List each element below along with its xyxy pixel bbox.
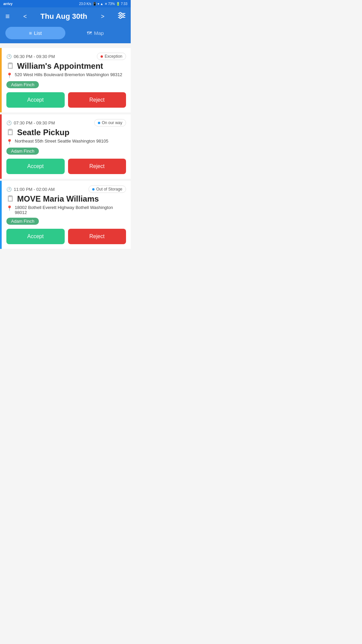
card-title-3: 🗒 MOVE Maria Williams: [6, 194, 126, 204]
time-display: 7:33: [121, 2, 127, 6]
appointment-icon-2: 🗒: [6, 128, 14, 137]
clock-icon-2: 🕐: [6, 120, 12, 125]
location-icon-1: 📍: [6, 72, 13, 78]
svg-point-5: [119, 16, 121, 18]
appointment-card-2: 🕐 07:30 PM - 09:30 PM On our way 🗒 Seatl…: [0, 114, 131, 179]
filter-button[interactable]: [118, 12, 125, 21]
header: ≡ < Thu Aug 30th >: [0, 7, 131, 27]
svg-point-4: [122, 14, 124, 16]
address-row-2: 📍 Northeast 55th Street Seattle Washingt…: [6, 139, 126, 145]
card-title-2: 🗒 Seatle Pickup: [6, 128, 126, 137]
badge-dot-3: [92, 188, 95, 191]
badge-dot-1: [101, 55, 103, 58]
time-range-3: 🕐 11:00 PM - 02:00 AM: [6, 187, 55, 192]
accept-button-1[interactable]: Accept: [6, 92, 65, 108]
status-icons: 23.0 K/s 📳 ▾ ▲ ✕ 73% 🔋 7:33: [79, 2, 127, 6]
accept-button-2[interactable]: Accept: [6, 159, 65, 174]
title-text-2: Seatle Pickup: [17, 128, 69, 137]
address-row-3: 📍 18002 Bothell Everett Highway Bothell …: [6, 205, 126, 215]
status-badge-2: On our way: [94, 119, 126, 126]
appointment-card-3: 🕐 11:00 PM - 02:00 AM Out of Storage 🗒 M…: [0, 181, 131, 249]
forward-button[interactable]: >: [101, 13, 105, 20]
time-range-2: 🕐 07:30 PM - 09:30 PM: [6, 120, 55, 125]
action-buttons-3: Accept Reject: [6, 229, 126, 244]
assignee-tag-2: Adam Finch: [6, 148, 39, 155]
assignee-tag-1: Adam Finch: [6, 81, 39, 88]
title-text-3: MOVE Maria Williams: [17, 194, 99, 204]
badge-dot-2: [98, 122, 100, 124]
clock-icon-3: 🕐: [6, 187, 12, 192]
status-badge-1: Exception: [97, 53, 126, 60]
filter-icon: [118, 12, 125, 19]
time-text-3: 11:00 PM - 02:00 AM: [14, 187, 55, 192]
badge-label-1: Exception: [105, 54, 122, 59]
address-text-2: Northeast 55th Street Seattle Washington…: [15, 139, 108, 144]
location-icon-3: 📍: [6, 205, 13, 211]
signal-x-icon: ✕: [105, 2, 107, 6]
speed-indicator: 23.0 K/s: [79, 2, 92, 6]
signal-icon: ▲: [100, 2, 104, 6]
badge-label-2: On our way: [102, 120, 122, 125]
action-buttons-1: Accept Reject: [6, 92, 126, 108]
back-button[interactable]: <: [23, 13, 27, 20]
status-bar: arrivy 23.0 K/s 📳 ▾ ▲ ✕ 73% 🔋 7:33: [0, 0, 131, 7]
title-text-1: William's Appointment: [17, 61, 103, 71]
card-header-1: 🕐 06:30 PM - 09:30 PM Exception: [6, 53, 126, 60]
content-area: 🕐 06:30 PM - 09:30 PM Exception 🗒 Willia…: [0, 43, 131, 249]
appointment-card-1: 🕐 06:30 PM - 09:30 PM Exception 🗒 Willia…: [0, 48, 131, 112]
card-header-3: 🕐 11:00 PM - 02:00 AM Out of Storage: [6, 185, 126, 193]
reject-button-2[interactable]: Reject: [68, 159, 126, 174]
battery-level: 73%: [108, 2, 115, 6]
reject-button-3[interactable]: Reject: [68, 229, 126, 244]
list-icon: ≡: [29, 30, 32, 36]
assignee-tag-3: Adam Finch: [6, 218, 39, 225]
tab-list[interactable]: ≡ List: [5, 27, 65, 39]
appointment-icon-1: 🗒: [6, 61, 14, 71]
tab-map[interactable]: 🗺 Map: [65, 27, 125, 39]
time-text-1: 06:30 PM - 09:30 PM: [14, 54, 55, 59]
address-row-1: 📍 520 West Hills Boulevard Bremerton Was…: [6, 72, 126, 78]
wifi-icon: ▾: [98, 2, 99, 6]
tab-map-label: Map: [94, 30, 104, 36]
badge-label-3: Out of Storage: [96, 187, 122, 192]
status-badge-3: Out of Storage: [88, 185, 126, 193]
header-title: Thu Aug 30th: [41, 12, 87, 21]
battery-icon: 🔋: [116, 2, 120, 6]
address-text-3: 18002 Bothell Everett Highway Bothell Wa…: [15, 205, 126, 215]
tab-bar: ≡ List 🗺 Map: [0, 27, 131, 43]
tab-list-label: List: [34, 30, 42, 36]
location-icon-2: 📍: [6, 139, 13, 145]
appointment-icon-3: 🗒: [6, 194, 14, 204]
app-name: arrivy: [3, 2, 12, 6]
action-buttons-2: Accept Reject: [6, 159, 126, 174]
accept-button-3[interactable]: Accept: [6, 229, 65, 244]
time-text-2: 07:30 PM - 09:30 PM: [14, 120, 55, 125]
card-header-2: 🕐 07:30 PM - 09:30 PM On our way: [6, 119, 126, 126]
address-text-1: 520 West Hills Boulevard Bremerton Washi…: [15, 72, 122, 77]
vibrate-icon: 📳: [93, 2, 97, 6]
svg-point-3: [119, 12, 121, 14]
clock-icon-1: 🕐: [6, 54, 12, 59]
reject-button-1[interactable]: Reject: [68, 92, 126, 108]
map-icon: 🗺: [87, 30, 92, 36]
menu-button[interactable]: ≡: [5, 12, 10, 21]
card-title-1: 🗒 William's Appointment: [6, 61, 126, 71]
time-range-1: 🕐 06:30 PM - 09:30 PM: [6, 54, 55, 59]
